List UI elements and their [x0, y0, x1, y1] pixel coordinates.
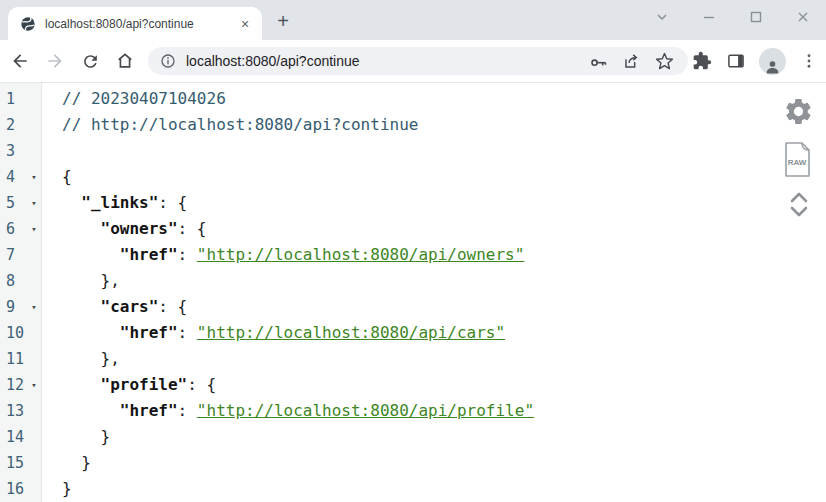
code-plain [62, 401, 120, 420]
browser-toolbar: localhost:8080/api?continue [0, 40, 826, 83]
code-key: "owners" [101, 219, 178, 238]
password-key-icon[interactable] [588, 51, 608, 71]
tab-close-icon[interactable]: × [236, 15, 254, 33]
code-key: "cars" [101, 297, 159, 316]
line-number: 11 [0, 346, 26, 372]
code-text: "href": "http://localhost:8080/api/cars" [42, 320, 505, 346]
code-plain [62, 193, 81, 212]
profile-avatar[interactable] [759, 48, 786, 75]
code-punct: } [62, 453, 91, 472]
line-number: 16 [0, 476, 26, 502]
arrow-spacer [26, 320, 42, 346]
code-punct: : [178, 245, 197, 264]
line-number: 4 [0, 164, 26, 190]
person-icon [764, 58, 781, 75]
code-text: "_links": { [42, 190, 187, 216]
reload-icon[interactable] [80, 51, 100, 71]
share-icon[interactable] [621, 51, 641, 71]
code-punct: } [62, 427, 110, 446]
arrow-spacer [26, 138, 42, 164]
line-number: 12 [0, 372, 26, 398]
code-punct: { [62, 167, 72, 186]
code-plain [62, 245, 120, 264]
collapse-arrow-icon[interactable]: ▾ [26, 164, 42, 190]
code-plain [62, 297, 101, 316]
bookmark-star-icon[interactable] [654, 51, 674, 71]
code-punct: } [62, 479, 72, 498]
new-tab-button[interactable]: + [270, 8, 296, 34]
close-window-button[interactable] [779, 0, 826, 34]
line-number: 6 [0, 216, 26, 242]
code-key: "href" [120, 323, 178, 342]
forward-icon[interactable] [45, 51, 65, 71]
code-punct: }, [62, 349, 120, 368]
json-href-link[interactable]: "http://localhost:8080/api/owners" [197, 245, 525, 264]
arrow-spacer [26, 242, 42, 268]
scroll-down-chevron-icon[interactable] [789, 203, 809, 222]
extensions-puzzle-icon[interactable] [691, 50, 713, 72]
json-href-link[interactable]: "http://localhost:8080/api/cars" [197, 323, 505, 342]
line-number: 5 [0, 190, 26, 216]
side-panel-icon[interactable] [725, 50, 747, 72]
code-punct: : [178, 401, 197, 420]
code-line: 8 }, [0, 268, 826, 294]
code-plain [62, 375, 101, 394]
code-punct: : { [178, 219, 207, 238]
code-comment: // http://localhost:8080/api?continue [62, 115, 418, 134]
code-area: 1// 202304071040262// http://localhost:8… [0, 86, 826, 502]
code-text: } [42, 450, 91, 476]
code-line: 15 } [0, 450, 826, 476]
code-line: 1// 20230407104026 [0, 86, 826, 112]
code-text: { [42, 164, 72, 190]
code-text: // http://localhost:8080/api?continue [42, 112, 418, 138]
collapse-arrow-icon[interactable]: ▾ [26, 190, 42, 216]
browser-window: localhost:8080/api?continue × + [0, 0, 826, 502]
page-content: 1// 202304071040262// http://localhost:8… [0, 83, 826, 502]
active-tab[interactable]: localhost:8080/api?continue × [8, 7, 262, 40]
code-punct: : { [158, 193, 187, 212]
settings-gear-icon[interactable] [783, 96, 814, 131]
line-number: 10 [0, 320, 26, 346]
code-text: "cars": { [42, 294, 187, 320]
raw-view-icon[interactable]: RAW [783, 141, 811, 178]
code-key: "href" [120, 401, 178, 420]
site-info-icon[interactable] [160, 53, 176, 69]
collapse-arrow-icon[interactable]: ▾ [26, 216, 42, 242]
code-text: "href": "http://localhost:8080/api/profi… [42, 398, 534, 424]
collapse-arrow-icon[interactable]: ▾ [26, 294, 42, 320]
menu-dots-icon[interactable] [798, 50, 820, 72]
code-line: 3 [0, 138, 826, 164]
home-icon[interactable] [115, 51, 135, 71]
code-comment: // 20230407104026 [62, 89, 226, 108]
code-punct: : [178, 323, 197, 342]
tab-search-chevron-icon[interactable] [638, 0, 685, 34]
line-number: 9 [0, 294, 26, 320]
code-line: 7 "href": "http://localhost:8080/api/own… [0, 242, 826, 268]
collapse-arrow-icon[interactable]: ▾ [26, 372, 42, 398]
arrow-spacer [26, 112, 42, 138]
code-text: } [42, 424, 110, 450]
code-text: "href": "http://localhost:8080/api/owner… [42, 242, 524, 268]
tab-title: localhost:8080/api?continue [45, 17, 236, 31]
code-text: } [42, 476, 72, 502]
line-number: 1 [0, 86, 26, 112]
code-line: 11 }, [0, 346, 826, 372]
code-text: }, [42, 268, 120, 294]
code-text [42, 138, 62, 164]
code-plain [62, 219, 101, 238]
arrow-spacer [26, 268, 42, 294]
code-line: 10 "href": "http://localhost:8080/api/ca… [0, 320, 826, 346]
arrow-spacer [26, 346, 42, 372]
window-controls [638, 0, 826, 34]
arrow-spacer [26, 398, 42, 424]
address-bar[interactable]: localhost:8080/api?continue [148, 47, 688, 75]
toolbar-right [691, 40, 820, 82]
maximize-button[interactable] [732, 0, 779, 34]
arrow-spacer [26, 424, 42, 450]
code-line: 6▾ "owners": { [0, 216, 826, 242]
back-icon[interactable] [10, 51, 30, 71]
url-text[interactable]: localhost:8080/api?continue [186, 53, 575, 69]
code-text: "profile": { [42, 372, 216, 398]
minimize-button[interactable] [685, 0, 732, 34]
json-href-link[interactable]: "http://localhost:8080/api/profile" [197, 401, 534, 420]
